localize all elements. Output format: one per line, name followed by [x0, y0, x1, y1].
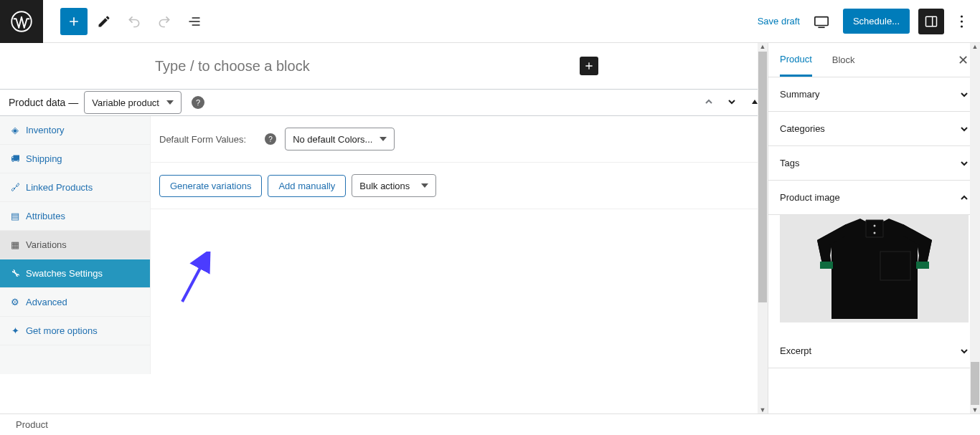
- svg-point-0: [11, 11, 32, 32]
- panel-down-icon[interactable]: [727, 97, 736, 108]
- product-type-select[interactable]: Variable product: [84, 91, 182, 114]
- bulk-actions-select[interactable]: Bulk actions: [352, 174, 436, 197]
- redo-button[interactable]: [151, 8, 178, 35]
- help-icon[interactable]: ?: [265, 133, 276, 145]
- block-placeholder-text: Type / to choose a block: [155, 58, 310, 75]
- product-data-content: Default Form Values: ? No default Colors…: [151, 116, 768, 374]
- tab-get-more-options[interactable]: ✦Get more options: [0, 317, 150, 345]
- svg-point-9: [873, 225, 875, 227]
- product-data-header: Product data — Variable product ?: [0, 89, 768, 116]
- editor-scrollbar[interactable]: ▲ ▼: [758, 43, 768, 414]
- panel-header-controls: [705, 97, 759, 108]
- schedule-button[interactable]: Schedule...: [843, 9, 910, 34]
- svg-rect-7: [820, 262, 833, 269]
- sidebar-section-summary[interactable]: Summary: [768, 77, 980, 112]
- gear-icon: ⚙: [10, 297, 20, 307]
- product-data-label: Product data —: [9, 97, 78, 108]
- default-form-values-row: Default Form Values: ? No default Colors…: [151, 116, 768, 163]
- sidebar-scrollbar[interactable]: ▲ ▼: [970, 43, 980, 414]
- tab-label: Swatches Settings: [26, 268, 103, 279]
- settings-sidebar: Product Block ✕ Summary Categories Tags …: [768, 43, 980, 414]
- save-draft-link[interactable]: Save draft: [758, 16, 800, 27]
- default-form-label: Default Form Values:: [159, 134, 246, 145]
- tab-label: Attributes: [26, 211, 65, 221]
- chevron-down-icon: [960, 347, 969, 355]
- tab-swatches-settings[interactable]: 🔧︎Swatches Settings: [0, 259, 150, 288]
- svg-rect-1: [815, 16, 828, 25]
- tab-advanced[interactable]: ⚙Advanced: [0, 288, 150, 317]
- tab-label: Variations: [26, 239, 67, 250]
- sidebar-section-product-image[interactable]: Product image: [768, 181, 980, 215]
- tab-label: Get more options: [26, 325, 98, 336]
- block-inserter-row[interactable]: Type / to choose a block: [0, 43, 768, 89]
- tab-label: Linked Products: [26, 182, 93, 193]
- chevron-up-icon: [960, 193, 969, 202]
- undo-button[interactable]: [121, 8, 148, 35]
- chevron-down-icon: [960, 159, 969, 168]
- edit-tool-button[interactable]: [90, 8, 118, 35]
- plus-icon: ✦: [10, 325, 20, 336]
- editor-workspace: Type / to choose a block Product data — …: [0, 43, 980, 414]
- product-image-preview[interactable]: [768, 215, 980, 334]
- preview-button[interactable]: [809, 9, 834, 34]
- svg-point-4: [960, 20, 962, 22]
- bulk-actions-selected: Bulk actions: [359, 181, 410, 191]
- close-icon[interactable]: ✕: [958, 52, 969, 68]
- sidebar-section-tags[interactable]: Tags: [768, 146, 980, 181]
- product-image: [780, 215, 969, 322]
- tab-shipping[interactable]: 🚚︎Shipping: [0, 145, 150, 173]
- svg-rect-8: [916, 262, 929, 269]
- section-label: Product image: [780, 192, 840, 203]
- chevron-down-icon: [960, 125, 969, 133]
- sidebar-section-categories[interactable]: Categories: [768, 112, 980, 146]
- wordpress-logo[interactable]: [0, 0, 43, 43]
- chevron-down-icon: [960, 90, 969, 99]
- sidebar-tabs: Product Block ✕: [768, 43, 980, 77]
- svg-point-10: [873, 232, 875, 234]
- section-label: Tags: [780, 158, 799, 168]
- grid-icon: ▦: [10, 239, 20, 250]
- link-icon: 🔗︎: [10, 182, 20, 193]
- settings-panel-toggle[interactable]: [918, 9, 944, 34]
- default-form-selected: No default Colors...: [293, 134, 372, 145]
- tab-linked-products[interactable]: 🔗︎Linked Products: [0, 173, 150, 202]
- breadcrumb-item[interactable]: Product: [16, 419, 48, 430]
- truck-icon: 🚚︎: [10, 153, 20, 164]
- section-label: Excerpt: [780, 345, 811, 356]
- tab-label: Inventory: [26, 125, 64, 135]
- tab-label: Advanced: [26, 297, 67, 307]
- product-data-tabs: ◈Inventory 🚚︎Shipping 🔗︎Linked Products …: [0, 116, 151, 374]
- more-options-button[interactable]: [953, 14, 970, 29]
- inline-add-block-button[interactable]: [580, 57, 598, 75]
- list-icon: ▤: [10, 211, 20, 221]
- sidebar-tab-product[interactable]: Product: [780, 44, 812, 77]
- product-data-body: ◈Inventory 🚚︎Shipping 🔗︎Linked Products …: [0, 116, 768, 374]
- tab-label: Shipping: [26, 153, 62, 164]
- variations-actions-row: Generate variations Add manually Bulk ac…: [151, 163, 768, 209]
- editor-main: Type / to choose a block Product data — …: [0, 43, 768, 414]
- help-icon[interactable]: ?: [192, 96, 204, 109]
- toolbar-left: [0, 0, 208, 42]
- sidebar-tab-block[interactable]: Block: [832, 44, 855, 75]
- product-type-selected: Variable product: [92, 97, 159, 108]
- panel-up-icon[interactable]: [705, 97, 713, 108]
- tag-icon: ◈: [10, 125, 20, 135]
- top-toolbar: Save draft Schedule...: [0, 0, 980, 43]
- default-form-select[interactable]: No default Colors...: [285, 128, 395, 150]
- tab-variations[interactable]: ▦Variations: [0, 231, 150, 259]
- add-block-button[interactable]: [60, 8, 88, 35]
- svg-rect-2: [926, 16, 937, 26]
- section-label: Summary: [780, 89, 820, 100]
- document-overview-button[interactable]: [181, 8, 208, 35]
- toolbar-right: Save draft Schedule...: [758, 9, 980, 34]
- tab-attributes[interactable]: ▤Attributes: [0, 202, 150, 231]
- svg-point-5: [960, 25, 962, 27]
- sidebar-section-excerpt[interactable]: Excerpt: [768, 334, 980, 368]
- tab-inventory[interactable]: ◈Inventory: [0, 116, 150, 145]
- generate-variations-button[interactable]: Generate variations: [159, 175, 262, 197]
- svg-point-3: [960, 15, 962, 17]
- wrench-icon: 🔧︎: [10, 268, 20, 279]
- section-label: Categories: [780, 123, 825, 134]
- add-manually-button[interactable]: Add manually: [268, 175, 346, 197]
- breadcrumb-footer: Product: [0, 414, 980, 435]
